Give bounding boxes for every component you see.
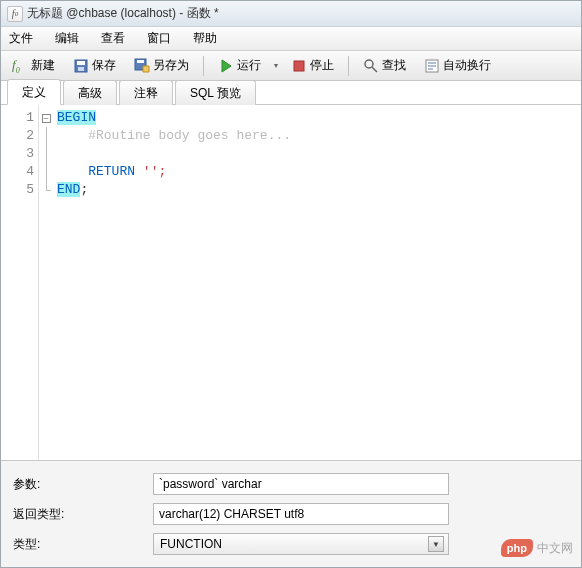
type-select[interactable]: FUNCTION ▼: [153, 533, 449, 555]
new-label: 新建: [31, 57, 55, 74]
watermark-text: 中文网: [537, 540, 573, 557]
menubar: 文件 编辑 查看 窗口 帮助: [1, 27, 581, 51]
menu-file[interactable]: 文件: [9, 30, 33, 47]
window-title: 无标题 @chbase (localhost) - 函数 *: [27, 5, 219, 22]
fold-guide: [46, 163, 47, 181]
app-icon: f0: [7, 6, 23, 22]
line-gutter: 1 2 3 4 5: [1, 105, 39, 460]
svg-point-6: [365, 60, 373, 68]
save-icon: [73, 58, 89, 74]
tab-sqlpreview[interactable]: SQL 预览: [175, 80, 256, 105]
returntype-label: 返回类型:: [13, 506, 153, 523]
fold-toggle-icon[interactable]: −: [42, 114, 51, 123]
returntype-field[interactable]: varchar(12) CHARSET utf8: [153, 503, 449, 525]
wrap-label: 自动换行: [443, 57, 491, 74]
app-window: f0 无标题 @chbase (localhost) - 函数 * 文件 编辑 …: [0, 0, 582, 568]
new-button[interactable]: f0 新建: [5, 54, 62, 77]
menu-edit[interactable]: 编辑: [55, 30, 79, 47]
save-label: 保存: [92, 57, 116, 74]
find-button[interactable]: 查找: [356, 54, 413, 77]
saveas-button[interactable]: 另存为: [127, 54, 196, 77]
code-editor[interactable]: 1 2 3 4 5 − BEGIN #Routine body goes her…: [1, 105, 581, 461]
stop-icon: [291, 58, 307, 74]
tabbar: 定义 高级 注释 SQL 预览: [1, 81, 581, 105]
line-number: 3: [1, 145, 34, 163]
toolbar-separator-2: [348, 56, 349, 76]
chevron-down-icon[interactable]: ▼: [428, 536, 444, 552]
type-label: 类型:: [13, 536, 153, 553]
run-label: 运行: [237, 57, 261, 74]
fold-end-icon: [42, 181, 51, 199]
svg-rect-5: [294, 61, 304, 71]
toolbar-separator-1: [203, 56, 204, 76]
menu-help[interactable]: 帮助: [193, 30, 217, 47]
run-button[interactable]: 运行: [211, 54, 268, 77]
keyword-begin: BEGIN: [57, 110, 96, 125]
function-icon: f0: [12, 58, 28, 74]
tab-definition[interactable]: 定义: [7, 79, 61, 105]
line-number: 4: [1, 163, 34, 181]
comment: #Routine body goes here...: [88, 128, 291, 143]
line-number: 2: [1, 127, 34, 145]
fold-guide: [46, 145, 47, 163]
saveas-label: 另存为: [153, 57, 189, 74]
menu-view[interactable]: 查看: [101, 30, 125, 47]
stop-label: 停止: [310, 57, 334, 74]
wrap-icon: [424, 58, 440, 74]
svg-line-7: [372, 67, 377, 72]
fold-gutter: −: [39, 105, 53, 460]
search-icon: [363, 58, 379, 74]
watermark-badge: php: [501, 539, 533, 557]
play-icon: [218, 58, 234, 74]
tab-advanced[interactable]: 高级: [63, 80, 117, 105]
params-field[interactable]: `password` varchar: [153, 473, 449, 495]
fold-guide: [46, 127, 47, 145]
menu-window[interactable]: 窗口: [147, 30, 171, 47]
svg-rect-4: [137, 60, 144, 63]
toolbar: f0 新建 保存 另存为 运行 ▾ 停止: [1, 51, 581, 81]
titlebar: f0 无标题 @chbase (localhost) - 函数 *: [1, 1, 581, 27]
svg-rect-1: [77, 61, 85, 65]
line-number: 5: [1, 181, 34, 199]
line-number: 1: [1, 109, 34, 127]
find-label: 查找: [382, 57, 406, 74]
wrap-button[interactable]: 自动换行: [417, 54, 498, 77]
tab-comment[interactable]: 注释: [119, 80, 173, 105]
properties-panel: 参数: `password` varchar 返回类型: varchar(12)…: [1, 461, 581, 567]
saveas-icon: [134, 58, 150, 74]
stop-button[interactable]: 停止: [284, 54, 341, 77]
watermark: php 中文网: [501, 539, 573, 557]
code-area[interactable]: BEGIN #Routine body goes here... RETURN …: [53, 105, 581, 460]
save-button[interactable]: 保存: [66, 54, 123, 77]
run-dropdown[interactable]: ▾: [272, 58, 280, 74]
keyword-return: RETURN: [88, 164, 135, 179]
params-label: 参数:: [13, 476, 153, 493]
svg-rect-2: [78, 67, 84, 71]
keyword-end: END: [57, 182, 80, 197]
